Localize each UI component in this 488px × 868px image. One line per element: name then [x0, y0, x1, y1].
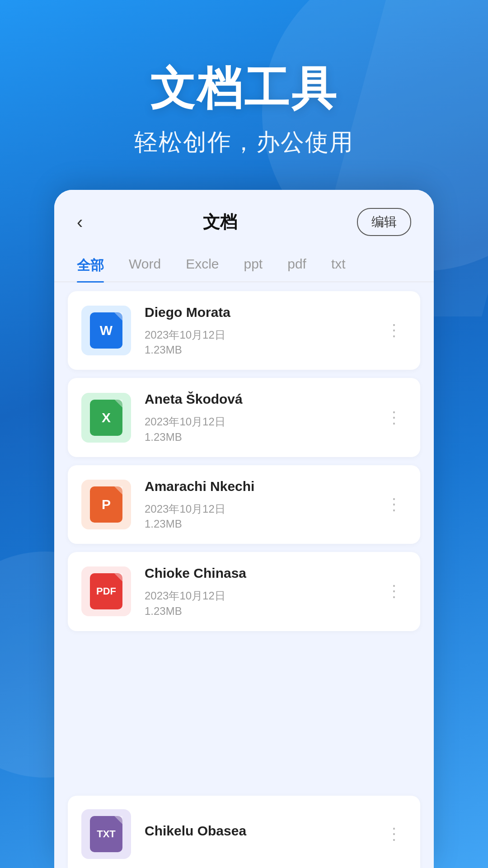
- file-info: Diego Morata 2023年10月12日 1.23MB: [145, 305, 381, 356]
- file-name: Chioke Chinasa: [145, 566, 381, 581]
- file-size: 1.23MB: [145, 518, 381, 530]
- file-info: Amarachi Nkechi 2023年10月12日 1.23MB: [145, 479, 381, 530]
- file-date: 2023年10月12日: [145, 587, 381, 604]
- more-options-button[interactable]: ⋮: [381, 492, 407, 517]
- tab-txt[interactable]: txt: [331, 250, 346, 282]
- file-date: 2023年10月12日: [145, 500, 381, 518]
- list-item-partial: TXT Chikelu Obasea ⋮: [68, 796, 420, 868]
- hero-subtitle: 轻松创作，办公使用: [0, 127, 488, 158]
- file-name: Amarachi Nkechi: [145, 479, 381, 494]
- tab-bar: 全部 Word Excle ppt pdf txt: [54, 245, 434, 282]
- more-options-button[interactable]: ⋮: [381, 318, 407, 343]
- pdf-icon: PDF: [90, 573, 122, 609]
- tab-excle[interactable]: Excle: [186, 250, 219, 282]
- back-button[interactable]: ‹: [77, 213, 83, 231]
- edit-button[interactable]: 编辑: [357, 208, 411, 236]
- tab-ppt[interactable]: ppt: [244, 250, 263, 282]
- file-date: 2023年10月12日: [145, 326, 381, 344]
- file-name: Aneta Škodová: [145, 392, 381, 407]
- file-info: Chikelu Obasea: [145, 823, 381, 845]
- icon-letter: TXT: [97, 828, 116, 840]
- hero-title: 文档工具: [0, 63, 488, 113]
- excel-icon: X: [90, 400, 122, 436]
- icon-letter: W: [100, 323, 113, 338]
- generic-icon: TXT: [90, 816, 122, 852]
- card-header: ‹ 文档 编辑: [54, 190, 434, 245]
- card-inner: ‹ 文档 编辑 全部 Word Excle ppt pdf txt W: [54, 190, 434, 868]
- ppt-icon: P: [90, 486, 122, 523]
- hero-section: 文档工具 轻松创作，办公使用: [0, 0, 488, 158]
- tab-word[interactable]: Word: [129, 250, 161, 282]
- file-name: Chikelu Obasea: [145, 823, 381, 839]
- file-name: Diego Morata: [145, 305, 381, 320]
- file-list: W Diego Morata 2023年10月12日 1.23MB ⋮ X: [54, 282, 434, 796]
- file-size: 1.23MB: [145, 431, 381, 443]
- tab-pdf[interactable]: pdf: [287, 250, 306, 282]
- tab-all[interactable]: 全部: [77, 250, 104, 282]
- card-panel: ‹ 文档 编辑 全部 Word Excle ppt pdf txt W: [54, 190, 434, 868]
- list-item[interactable]: P Amarachi Nkechi 2023年10月12日 1.23MB ⋮: [68, 465, 420, 544]
- file-info: Chioke Chinasa 2023年10月12日 1.23MB: [145, 566, 381, 617]
- card-title: 文档: [203, 211, 237, 234]
- list-item[interactable]: PDF Chioke Chinasa 2023年10月12日 1.23MB ⋮: [68, 552, 420, 631]
- more-options-button[interactable]: ⋮: [381, 579, 407, 604]
- list-item[interactable]: W Diego Morata 2023年10月12日 1.23MB ⋮: [68, 291, 420, 370]
- file-icon-container: W: [81, 306, 131, 355]
- file-icon-container: P: [81, 480, 131, 529]
- icon-letter: P: [102, 497, 111, 512]
- icon-letter: PDF: [96, 585, 116, 597]
- file-info: Aneta Škodová 2023年10月12日 1.23MB: [145, 392, 381, 443]
- more-options-button[interactable]: ⋮: [381, 405, 407, 430]
- word-icon: W: [90, 312, 122, 349]
- file-icon-container: TXT: [81, 809, 131, 859]
- file-size: 1.23MB: [145, 605, 381, 618]
- icon-letter: X: [102, 410, 111, 425]
- more-options-button[interactable]: ⋮: [381, 821, 407, 847]
- file-icon-container: PDF: [81, 566, 131, 616]
- file-size: 1.23MB: [145, 344, 381, 356]
- file-date: 2023年10月12日: [145, 413, 381, 430]
- list-item[interactable]: X Aneta Škodová 2023年10月12日 1.23MB ⋮: [68, 378, 420, 457]
- file-icon-container: X: [81, 393, 131, 443]
